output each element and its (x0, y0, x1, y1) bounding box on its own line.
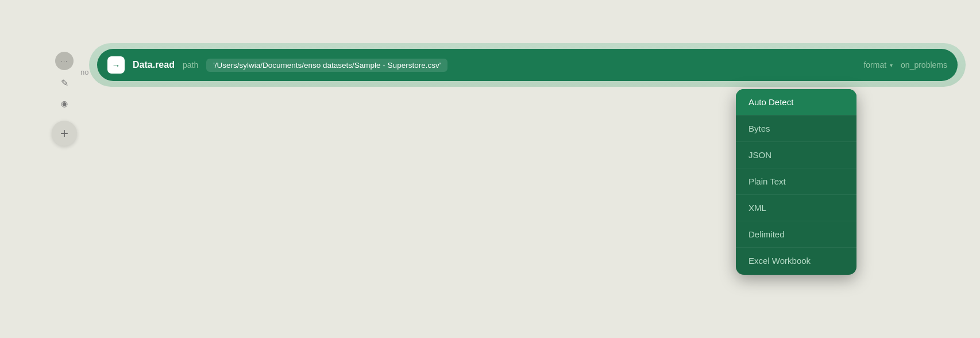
dropdown-item-xml[interactable]: XML (736, 194, 856, 221)
node-bar-outer: → Data.read path '/Users/sylwia/Document… (89, 43, 966, 87)
dropdown-item-plain-text[interactable]: Plain Text (736, 168, 856, 194)
visibility-eye-icon[interactable]: ◉ (56, 95, 72, 112)
dropdown-item-bytes[interactable]: Bytes (736, 115, 856, 141)
node-path-value[interactable]: '/Users/sylwia/Documents/enso datasets/S… (206, 59, 447, 72)
node-bar-inner[interactable]: → Data.read path '/Users/sylwia/Document… (97, 49, 958, 81)
add-node-button[interactable]: + (52, 121, 77, 146)
edit-pencil-icon[interactable]: ✎ (56, 75, 72, 91)
node-method-name: Data.read (133, 60, 175, 70)
context-menu-dots-icon[interactable]: ··· (55, 52, 74, 70)
format-dropdown-arrow-icon: ▾ (890, 62, 893, 68)
node-on-problems-label: on_problems (901, 60, 947, 70)
node-label: no (80, 68, 88, 76)
dropdown-item-delimited[interactable]: Delimited (736, 221, 856, 247)
dropdown-item-json[interactable]: JSON (736, 141, 856, 168)
dropdown-item-auto-detect[interactable]: Auto Detect (736, 89, 856, 115)
node-path-label: path (183, 60, 198, 70)
format-dropdown-menu: Auto Detect Bytes JSON Plain Text XML De… (736, 89, 856, 275)
node-type-arrow-icon: → (107, 56, 125, 74)
dropdown-item-excel-workbook[interactable]: Excel Workbook (736, 247, 856, 275)
node-format-label: format (863, 60, 886, 70)
